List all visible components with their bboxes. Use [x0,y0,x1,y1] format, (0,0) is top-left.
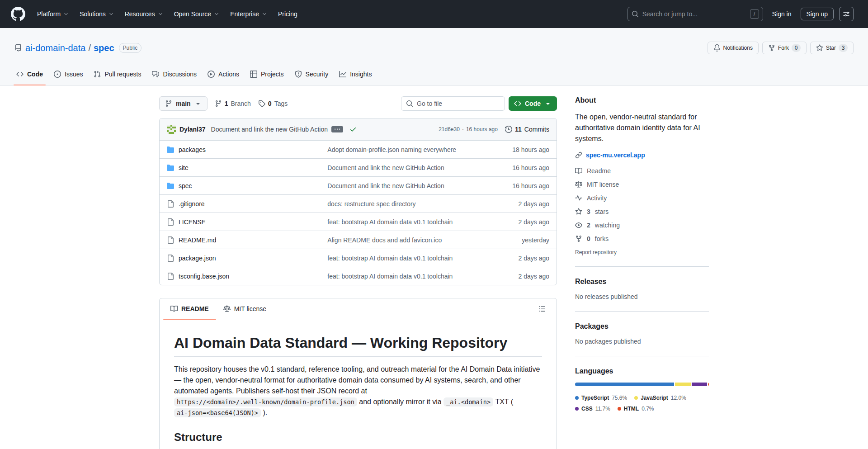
commit-message-link[interactable]: Document and link the new GitHub Action [327,164,444,171]
caret-down-icon [194,100,202,107]
commit-message-link[interactable]: feat: bootstrap AI domain data v0.1 tool… [327,273,453,280]
table-row: README.md Align README docs and add favi… [160,231,557,249]
table-row: tsconfig.base.json feat: bootstrap AI do… [160,267,557,285]
table-row: package.json feat: bootstrap AI domain d… [160,249,557,267]
repo-actions: Notifications Fork 0 Star 3 [708,42,854,54]
forks-link[interactable]: 0forks [575,234,709,244]
file-link[interactable]: site [167,164,327,171]
language-typescript[interactable]: TypeScript 75.6% [575,392,627,403]
law-icon [223,305,231,312]
language-css[interactable]: CSS 11.7% [575,403,610,414]
outline-button[interactable] [535,302,549,316]
commit-age: yesterday [491,236,549,244]
about-section: About The open, vendor-neutral standard … [575,96,709,255]
tab-code[interactable]: Code [11,63,48,85]
repo-separator: / [85,43,94,53]
identicon [167,125,176,134]
readme-title: AI Domain Data Standard — Working Reposi… [174,334,542,357]
file-link[interactable]: packages [167,146,327,153]
tab-readme[interactable]: README [163,298,216,319]
header-right: / Sign in Sign up [627,7,854,21]
go-to-file-input[interactable] [417,100,500,107]
nav-platform[interactable]: Platform [33,7,73,21]
nav-enterprise[interactable]: Enterprise [226,7,272,21]
global-search[interactable]: / [627,7,763,21]
commit-message-link[interactable]: feat: bootstrap AI domain data v0.1 tool… [327,218,453,226]
commit-message-link[interactable]: Adopt domain-profile.json naming everywh… [327,146,456,153]
code-dropdown-button[interactable]: Code [509,96,557,111]
shield-icon [295,71,302,78]
nav-resources[interactable]: Resources [120,7,168,21]
github-logo[interactable] [11,7,25,21]
website-link[interactable]: spec-mu.vercel.app [586,151,645,159]
star-button[interactable]: Star 3 [810,42,854,54]
commit-hash-link[interactable]: 21d6e30 [439,126,460,132]
project-icon [250,71,257,78]
file-link[interactable]: tsconfig.base.json [167,273,327,280]
status-check-icon[interactable] [349,126,357,133]
language-javascript[interactable]: JavaScript 12.0% [634,392,686,403]
global-search-input[interactable] [642,10,746,18]
file-link[interactable]: .gitignore [167,200,327,208]
visibility-badge: Public [119,43,142,53]
commit-message-link[interactable]: Document and link the new GitHub Action [327,182,444,189]
license-link[interactable]: MIT license [575,180,709,189]
commit-message-link[interactable]: docs: restructure spec directory [327,200,415,208]
file-browser: Dylanl37 Document and link the new GitHu… [159,118,557,285]
file-link[interactable]: spec [167,182,327,189]
nav-pricing[interactable]: Pricing [274,7,302,21]
commit-meta: 21d6e30 · 16 hours ago 11Commits [439,126,549,133]
tab-issues[interactable]: Issues [48,63,88,85]
notifications-button[interactable]: Notifications [708,42,759,54]
commit-details-button[interactable] [331,126,343,132]
readme-link[interactable]: Readme [575,166,709,176]
file-link[interactable]: LICENSE [167,218,327,226]
search-icon [406,100,413,107]
language-html[interactable]: HTML 0.7% [618,403,654,414]
tab-projects[interactable]: Projects [245,63,289,85]
tab-security[interactable]: Security [289,63,334,85]
inline-code: https://<domain>/.well-known/domain-prof… [174,397,357,406]
file-link[interactable]: README.md [167,236,327,244]
language-dot [575,396,579,400]
watching-link[interactable]: 2watching [575,220,709,230]
nav-open-source[interactable]: Open Source [170,7,224,21]
eye-icon [575,222,582,229]
tab-mit-license[interactable]: MIT license [216,298,274,319]
sign-in-link[interactable]: Sign in [769,8,795,20]
tab-actions[interactable]: Actions [202,63,245,85]
stars-link[interactable]: 3stars [575,207,709,217]
file-link[interactable]: package.json [167,255,327,262]
branch-selector[interactable]: main [159,96,208,111]
tab-pull-requests[interactable]: Pull requests [88,63,146,85]
branches-link[interactable]: 1Branch [215,100,251,107]
tags-link[interactable]: 0Tags [258,100,288,107]
tab-insights[interactable]: Insights [334,63,377,85]
star-icon [575,208,582,215]
star-count: 3 [839,44,848,52]
language-bar-segment [708,383,709,386]
folder-icon [167,146,174,153]
packages-section: Packages No packages published [575,311,709,345]
tab-discussions[interactable]: Discussions [146,63,202,85]
command-palette-button[interactable] [839,7,854,21]
go-to-file-box[interactable] [401,96,505,111]
commit-message-link[interactable]: feat: bootstrap AI domain data v0.1 tool… [327,255,453,262]
branch-toolbar: main 1Branch 0Tags [159,96,557,111]
language-legend: TypeScript 75.6% JavaScript 12.0% CSS 11… [575,392,709,414]
report-repository-link[interactable]: Report repository [575,249,709,255]
language-bar-segment [692,383,707,386]
activity-link[interactable]: Activity [575,193,709,203]
repo-name-link[interactable]: spec [94,43,114,53]
commit-author-link[interactable]: Dylanl37 [179,126,206,133]
nav-solutions[interactable]: Solutions [75,7,118,21]
commit-message-link[interactable]: Align README docs and add favicon.ico [327,236,442,244]
law-icon [575,181,582,188]
fork-button[interactable]: Fork 0 [762,42,807,54]
commit-message-link[interactable]: Document and link the new GitHub Action [211,126,328,133]
commit-history-link[interactable]: 11Commits [505,126,549,133]
avatar[interactable] [167,125,176,134]
repo-owner-link[interactable]: ai-domain-data [25,43,85,53]
sign-up-button[interactable]: Sign up [801,8,834,20]
readme-tab-bar: README MIT license [160,298,557,319]
